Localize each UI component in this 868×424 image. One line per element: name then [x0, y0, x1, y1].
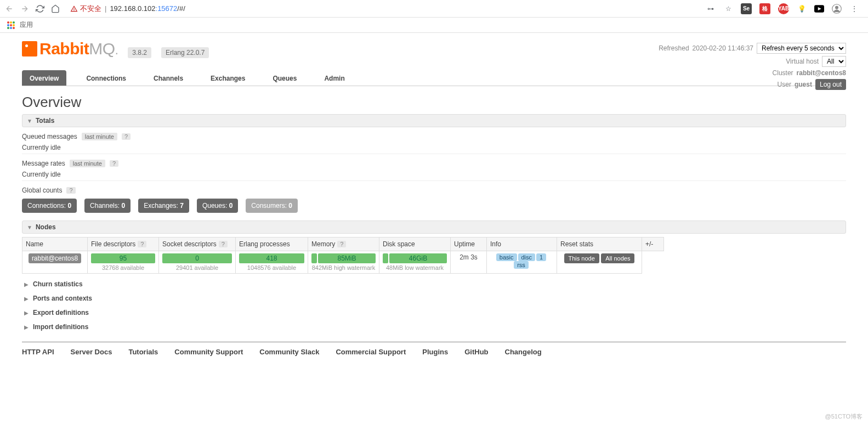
col-sd[interactable]: Socket descriptors ?	[159, 237, 236, 251]
pill-connections[interactable]: Connections: 0	[22, 199, 77, 213]
info-1[interactable]: 1	[536, 253, 546, 261]
home-icon[interactable]	[50, 4, 60, 14]
reload-icon[interactable]	[35, 4, 45, 14]
col-disk[interactable]: Disk space	[379, 237, 451, 251]
reset-this-node-button[interactable]: This node	[564, 253, 599, 263]
footer-github[interactable]: GitHub	[464, 348, 488, 356]
info-disc[interactable]: disc	[518, 253, 536, 261]
col-ep[interactable]: Erlang processes	[236, 237, 308, 251]
chevron-right-icon	[24, 281, 29, 287]
refreshed-time: 2020-02-20 11:46:37	[693, 44, 753, 52]
forward-icon[interactable]	[20, 4, 30, 14]
top-right-panel: Refreshed 2020-02-20 11:46:37 Refresh ev…	[659, 43, 846, 92]
footer-tutorials[interactable]: Tutorials	[128, 348, 158, 356]
col-fd[interactable]: File descriptors ?	[88, 237, 159, 251]
star-icon[interactable]: ☆	[723, 4, 733, 14]
tab-admin[interactable]: Admin	[316, 70, 352, 86]
help-icon: ?	[138, 241, 146, 247]
svg-point-11	[13, 27, 15, 29]
section-import[interactable]: Import definitions	[24, 323, 846, 331]
footer-commsupport[interactable]: Commercial Support	[336, 348, 406, 356]
logo[interactable]: RabbitMQ.	[22, 39, 118, 58]
currently-idle: Currently idle	[22, 144, 61, 151]
cell-ep: 418 1048576 available	[236, 251, 308, 274]
extension-icon[interactable]: YAB	[778, 3, 789, 14]
chevron-right-icon	[24, 324, 29, 330]
help-icon: ?	[337, 241, 346, 247]
footer-api[interactable]: HTTP API	[22, 348, 54, 356]
back-icon[interactable]	[4, 4, 14, 14]
apps-label[interactable]: 应用	[20, 20, 33, 30]
tab-overview[interactable]: Overview	[22, 70, 66, 86]
svg-point-7	[10, 24, 12, 26]
extension-icon[interactable]: 格	[759, 3, 770, 14]
logo-text: RabbitMQ.	[39, 39, 118, 58]
cluster-value: rabbit@centos8	[797, 69, 846, 77]
cell-reset: This node All nodes	[557, 251, 642, 274]
erlang-badge: Erlang 22.0.7	[161, 47, 209, 58]
cell-disk: 46GiB 48MiB low watermark	[379, 251, 451, 274]
reset-all-nodes-button[interactable]: All nodes	[601, 253, 634, 263]
pill-channels[interactable]: Channels: 0	[84, 199, 131, 213]
queued-messages-label: Queued messages	[22, 133, 77, 140]
help-icon[interactable]: ?	[110, 160, 118, 167]
section-nodes-label: Nodes	[36, 223, 56, 231]
addr-separator: |	[105, 4, 106, 13]
footer-links: HTTP API Server Docs Tutorials Community…	[22, 342, 846, 361]
cell-node-name[interactable]: rabbit@centos8	[22, 251, 88, 274]
profile-icon[interactable]	[832, 4, 842, 14]
cell-sd: 0 29401 available	[159, 251, 236, 274]
cell-fd: 95 32768 available	[88, 251, 159, 274]
chevron-down-icon	[27, 224, 32, 230]
col-reset[interactable]: Reset stats	[557, 237, 642, 251]
currently-idle: Currently idle	[22, 171, 61, 178]
col-name[interactable]: Name	[22, 237, 88, 251]
info-basic[interactable]: basic	[496, 253, 517, 261]
footer-plugins[interactable]: Plugins	[422, 348, 448, 356]
youtube-icon[interactable]	[814, 4, 824, 14]
tab-queues[interactable]: Queues	[265, 70, 304, 86]
refresh-interval-select[interactable]: Refresh every 5 seconds	[757, 43, 846, 54]
col-plusminus[interactable]: +/-	[642, 237, 664, 251]
svg-point-4	[10, 21, 12, 24]
col-mem[interactable]: Memory ?	[308, 237, 379, 251]
address-bar[interactable]: 不安全 | 192.168.0.102:15672/#/	[66, 4, 700, 14]
tab-exchanges[interactable]: Exchanges	[203, 70, 253, 86]
logout-button[interactable]: Log out	[815, 79, 846, 90]
section-totals[interactable]: Totals	[22, 114, 846, 127]
vhost-select[interactable]: All	[822, 56, 846, 67]
pill-queues[interactable]: Queues: 0	[197, 199, 238, 213]
url-text: 192.168.0.102:15672/#/	[110, 4, 185, 13]
menu-icon[interactable]: ⋮	[849, 4, 859, 14]
footer-docs[interactable]: Server Docs	[71, 348, 112, 356]
extension-icon[interactable]: Se	[741, 3, 752, 14]
apps-icon[interactable]	[7, 21, 15, 30]
footer-changelog[interactable]: Changelog	[505, 348, 542, 356]
user-value: guest	[795, 81, 812, 88]
section-export[interactable]: Export definitions	[24, 309, 846, 316]
help-icon[interactable]: ?	[122, 133, 131, 140]
footer-cslack[interactable]: Community Slack	[259, 348, 319, 356]
svg-point-3	[7, 21, 9, 24]
col-info[interactable]: Info	[487, 237, 557, 251]
cell-info: basicdisc1rss	[487, 251, 557, 274]
help-icon[interactable]: ?	[66, 187, 75, 194]
bulb-icon[interactable]: 💡	[797, 4, 807, 14]
pill-exchanges[interactable]: Exchanges: 7	[138, 199, 189, 213]
info-rss[interactable]: rss	[514, 261, 529, 269]
tab-channels[interactable]: Channels	[146, 70, 191, 86]
vhost-label: Virtual host	[786, 58, 819, 65]
not-secure-text: 不安全	[80, 4, 101, 14]
col-uptime[interactable]: Uptime	[451, 237, 487, 251]
key-icon[interactable]: ⊶	[706, 4, 716, 14]
cell-mem: 85MiB 842MiB high watermark	[308, 251, 379, 274]
footer-csupport[interactable]: Community Support	[174, 348, 243, 356]
chevron-right-icon	[24, 310, 29, 316]
section-nodes[interactable]: Nodes	[22, 221, 846, 234]
message-rates-label: Message rates	[22, 160, 65, 167]
tab-connections[interactable]: Connections	[78, 70, 134, 86]
section-churn[interactable]: Churn statistics	[24, 280, 846, 288]
pill-consumers[interactable]: Consumers: 0	[246, 199, 298, 213]
section-ports[interactable]: Ports and contexts	[24, 295, 846, 302]
version-badge: 3.8.2	[128, 47, 151, 58]
